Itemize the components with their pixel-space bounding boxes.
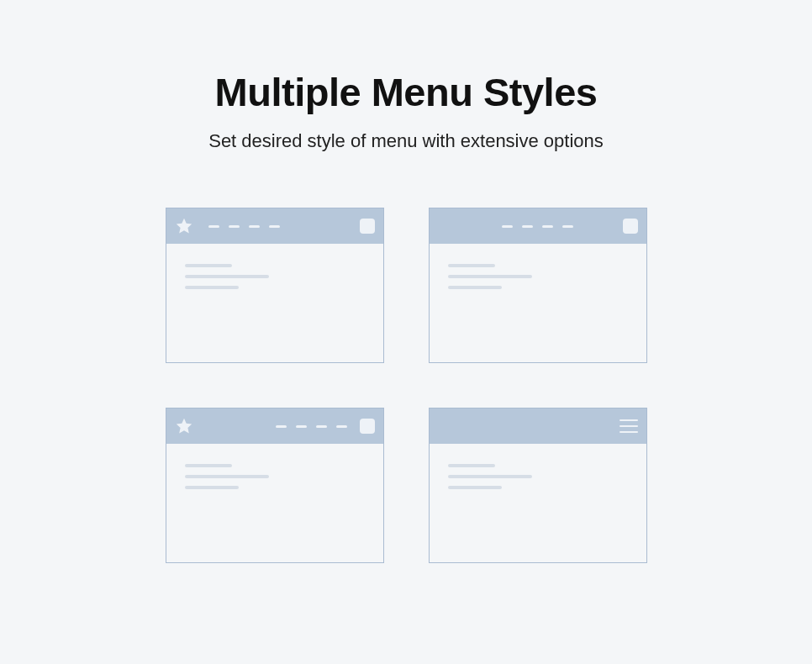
card-body [430,244,646,362]
placeholder-line [448,275,532,278]
square-icon [623,219,638,234]
square-icon [360,219,375,234]
placeholder-line [185,275,269,278]
card-body [430,444,646,562]
card-body [166,444,383,562]
dash-icon [522,225,533,228]
menu-dashes [276,425,347,428]
menu-style-card-1 [166,208,384,363]
dash-icon [229,225,240,228]
feature-section: Multiple Menu Styles Set desired style o… [0,0,812,664]
dash-icon [296,425,307,428]
menu-dashes [208,225,280,228]
menu-style-card-2 [429,208,647,363]
star-icon [175,217,193,235]
card-header [430,208,646,244]
dash-icon [269,225,280,228]
svg-marker-0 [176,219,191,234]
placeholder-line [185,264,232,267]
placeholder-line [185,286,239,289]
card-body [166,244,383,362]
placeholder-line [185,475,269,478]
placeholder-line [448,475,532,478]
section-title: Multiple Menu Styles [215,69,598,115]
dash-icon [562,225,573,228]
menu-style-card-4 [429,408,647,563]
section-subtitle: Set desired style of menu with extensive… [208,130,604,152]
dash-icon [276,425,287,428]
card-header [166,208,383,244]
dash-icon [316,425,327,428]
placeholder-line [448,464,495,467]
placeholder-line [448,486,502,489]
menu-dashes [502,225,573,228]
placeholder-line [185,464,232,467]
square-icon [360,419,375,434]
dash-icon [502,225,513,228]
placeholder-line [448,286,502,289]
placeholder-line [185,486,239,489]
menu-style-grid [166,208,647,563]
dash-icon [208,225,219,228]
hamburger-icon [620,419,638,433]
menu-style-card-3 [166,408,384,563]
svg-marker-1 [176,419,191,434]
dash-icon [249,225,260,228]
dash-icon [336,425,347,428]
star-icon [175,417,193,435]
card-header [430,408,646,444]
card-header [166,408,383,444]
dash-icon [542,225,553,228]
placeholder-line [448,264,495,267]
